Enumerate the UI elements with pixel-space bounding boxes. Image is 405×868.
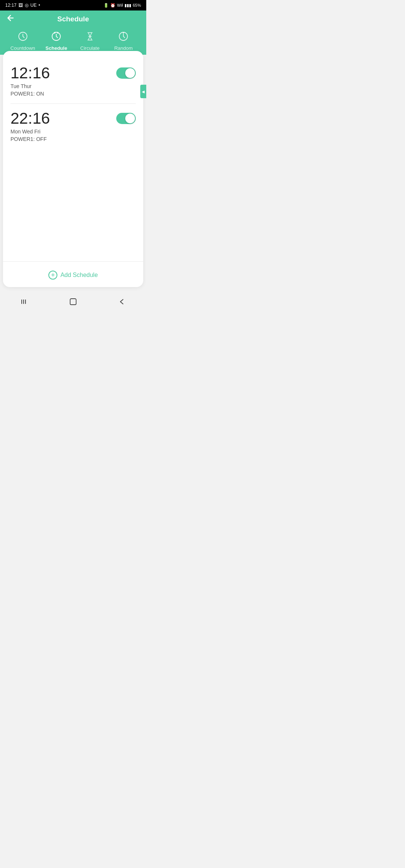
schedule-info-1: 12:16 Tue Thur POWER1: ON [10, 64, 116, 97]
schedule-icon [51, 31, 61, 43]
status-time: 12:17 [5, 3, 16, 8]
schedule-time-1: 12:16 [10, 64, 116, 82]
status-right: 🔋 ⏰ WiFi ▮▮▮ 65% [104, 3, 141, 8]
signal-icon: ▮▮▮ [124, 3, 131, 8]
svg-rect-8 [25, 299, 26, 304]
schedule-time-2: 22:16 [10, 110, 116, 127]
schedule-item-2[interactable]: 22:16 Mon Wed Fri POWER1: OFF [10, 104, 136, 149]
svg-text:WiFi: WiFi [117, 3, 123, 7]
photo-icon: 🖼 [18, 3, 23, 8]
tab-schedule-label: Schedule [45, 45, 67, 51]
card-wrapper: 12:16 Tue Thur POWER1: ON 22:16 Mon Wed … [0, 51, 146, 287]
schedule-days-2: Mon Wed Fri [10, 129, 116, 135]
add-schedule-section: + Add Schedule [3, 261, 143, 287]
svg-rect-7 [23, 299, 24, 304]
schedule-item-1[interactable]: 12:16 Tue Thur POWER1: ON [10, 58, 136, 103]
battery-icon: 🔋 [104, 3, 109, 8]
main-card: 12:16 Tue Thur POWER1: ON 22:16 Mon Wed … [3, 51, 143, 287]
schedule-action-1: POWER1: ON [10, 91, 116, 97]
tab-countdown-label: Countdown [10, 45, 35, 51]
schedule-toggle-1[interactable] [116, 67, 136, 79]
toggle-knob-1 [125, 68, 135, 78]
tab-random-label: Random [114, 45, 133, 51]
alarm-icon: ⏰ [110, 3, 116, 8]
schedule-list: 12:16 Tue Thur POWER1: ON 22:16 Mon Wed … [3, 51, 143, 149]
countdown-icon [18, 31, 28, 43]
back-button[interactable] [6, 13, 15, 25]
schedule-days-1: Tue Thur [10, 83, 116, 89]
home-button[interactable] [62, 296, 85, 309]
bottom-nav [0, 291, 146, 316]
page-title: Schedule [57, 15, 89, 23]
side-peek-arrow[interactable] [140, 85, 146, 98]
schedule-action-2: POWER1: OFF [10, 136, 116, 142]
svg-rect-9 [70, 299, 76, 305]
back-nav-button[interactable] [110, 296, 134, 309]
ue-label: UE [30, 3, 37, 8]
add-schedule-label: Add Schedule [60, 272, 98, 278]
tab-circulate-label: Circulate [80, 45, 99, 51]
empty-space [3, 149, 143, 254]
add-icon: + [48, 271, 57, 280]
status-left: 12:17 🖼 ◎ UE • [5, 3, 40, 8]
random-icon [118, 31, 128, 43]
add-schedule-button[interactable]: + Add Schedule [48, 271, 98, 280]
dot-icon: • [39, 3, 40, 8]
status-bar: 12:17 🖼 ◎ UE • 🔋 ⏰ WiFi ▮▮▮ 65% [0, 0, 146, 10]
schedule-toggle-2[interactable] [116, 113, 136, 124]
toggle-knob-2 [125, 114, 135, 123]
recent-apps-button[interactable] [13, 296, 36, 309]
circle-icon: ◎ [25, 3, 28, 8]
circulate-icon [85, 31, 95, 43]
app-header: Schedule Countdown Schedule [0, 10, 146, 55]
svg-rect-6 [21, 299, 22, 304]
svg-point-5 [123, 33, 124, 34]
schedule-info-2: 22:16 Mon Wed Fri POWER1: OFF [10, 110, 116, 142]
wifi-icon: WiFi [117, 3, 123, 8]
battery-percent: 65% [133, 3, 141, 7]
